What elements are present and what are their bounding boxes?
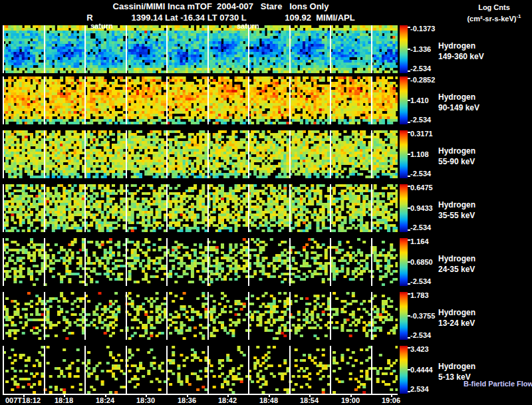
spectrogram-strip: [3, 292, 398, 340]
colorbar-max-label: 3.423: [410, 345, 429, 353]
colorbar-min-label: -2.534: [410, 170, 431, 178]
colorbar-min-label: -2.534: [410, 223, 431, 231]
species-label: Hydrogen: [438, 254, 475, 263]
time-tick-label: 18:42: [218, 396, 237, 404]
time-tick-label: 18:18: [55, 396, 73, 404]
colorbar-mid-label: 1.410: [410, 96, 429, 104]
colorbar-mid-label: 0.4444: [410, 366, 433, 374]
spectrogram-strip: [3, 346, 398, 394]
spectrogram-strip: [3, 238, 398, 286]
species-label: Hydrogen: [438, 146, 475, 156]
colorbar-min-label: -2.534: [410, 116, 431, 124]
colorbar-units-label: Log Cnts (cm²-sr-s-keV)-1: [458, 3, 531, 23]
colorbar: [400, 184, 408, 232]
time-tick-label: 19:06: [382, 396, 400, 404]
spectrogram-row: -0.1373-1.336-2.534Hydrogen149-360 keV: [0, 25, 532, 73]
species-label: Hydrogen: [438, 308, 475, 317]
ephemeris-subtitle: R 1399.14 Lat -16.34 LT 0730 L 109.92 MI…: [0, 13, 442, 23]
colorbar: [400, 292, 408, 340]
time-tick-label: 19:00: [341, 396, 360, 404]
spectrogram-row: 1.783-0.3755-2.534Hydrogen13-24 keV: [0, 292, 532, 340]
colorbar: [400, 76, 408, 124]
colorbar: [400, 130, 408, 178]
colorbar-mid-label: -1.336: [410, 45, 431, 53]
colorbar-max-label: 1.783: [410, 291, 429, 299]
saturn-marker-2: saturn: [237, 22, 259, 30]
spectrogram-strip: [3, 76, 398, 124]
colorbar-mid-label: -0.3755: [410, 312, 435, 320]
energy-label: 55-90 keV: [438, 157, 475, 166]
colorbar: [400, 346, 408, 394]
spectrogram-row: -0.28521.410-2.534Hydrogen90-149 keV: [0, 76, 532, 124]
energy-label: 35-55 keV: [438, 211, 475, 220]
time-tick-label: 18:36: [178, 396, 196, 404]
species-label: Hydrogen: [438, 200, 475, 209]
colorbar-min-label: -2.534: [410, 277, 431, 285]
colorbar-min-label: -2.534: [410, 331, 431, 339]
energy-label: 90-149 keV: [438, 103, 479, 112]
colorbar-min-label: 2.534: [410, 385, 429, 393]
units-line1: Log Cnts: [478, 3, 510, 11]
time-tick-label: 18:30: [136, 396, 155, 404]
time-tick-label: 18:48: [259, 396, 278, 404]
colorbar-min-label: -2.534: [410, 65, 431, 72]
colorbar-max-label: -0.1373: [410, 25, 435, 33]
spectrogram-row: 0.64750.9433-2.534Hydrogen35-55 keV: [0, 184, 532, 232]
colorbar-max-label: -0.2852: [410, 76, 435, 84]
time-axis-line: [3, 394, 398, 395]
colorbar-mid-label: 1.108: [410, 150, 429, 158]
cassini-mimi-spectrogram-page: Cassini/MIMI Inca mTOF 2004-007 Stare Io…: [0, 0, 532, 405]
colorbar-mid-label: 0.9433: [410, 204, 433, 212]
energy-label: 13-24 keV: [438, 319, 475, 328]
colorbar: [400, 25, 408, 73]
species-label: Hydrogen: [438, 362, 475, 371]
bfield-particle-flow-label: B-field Particle Flow: [464, 380, 532, 388]
colorbar-max-label: 0.6475: [410, 184, 433, 192]
time-tick-label: 007T18:12: [5, 396, 41, 404]
spectrogram-row: 1.1640.6850-2.534Hydrogen24-35 keV: [0, 238, 532, 286]
saturn-marker-1: saturn: [90, 22, 113, 30]
colorbar-max-label: 0.3171: [410, 130, 433, 138]
spectrogram-strip: [3, 130, 398, 178]
spectrogram-row: 3.4230.44442.534Hydrogen5-13 keV: [0, 346, 532, 394]
time-tick-label: 18:24: [96, 396, 114, 404]
spectrogram-row: 0.31711.108-2.534Hydrogen55-90 keV: [0, 130, 532, 178]
colorbar-mid-label: 0.6850: [410, 258, 433, 266]
units-line2: (cm²-sr-s-keV): [467, 15, 516, 23]
energy-label: 149-360 keV: [438, 52, 484, 61]
spectrogram-strip: [3, 25, 398, 73]
time-tick-label: 18:54: [300, 396, 319, 404]
units-exponent: -1: [516, 13, 521, 19]
colorbar-max-label: 1.164: [410, 237, 429, 245]
species-label: Hydrogen: [438, 41, 475, 51]
page-title: Cassini/MIMI Inca mTOF 2004-007 Stare Io…: [0, 1, 442, 11]
colorbar: [400, 238, 408, 286]
spectrogram-strip: [3, 184, 398, 232]
species-label: Hydrogen: [438, 92, 475, 102]
energy-label: 24-35 keV: [438, 265, 475, 274]
